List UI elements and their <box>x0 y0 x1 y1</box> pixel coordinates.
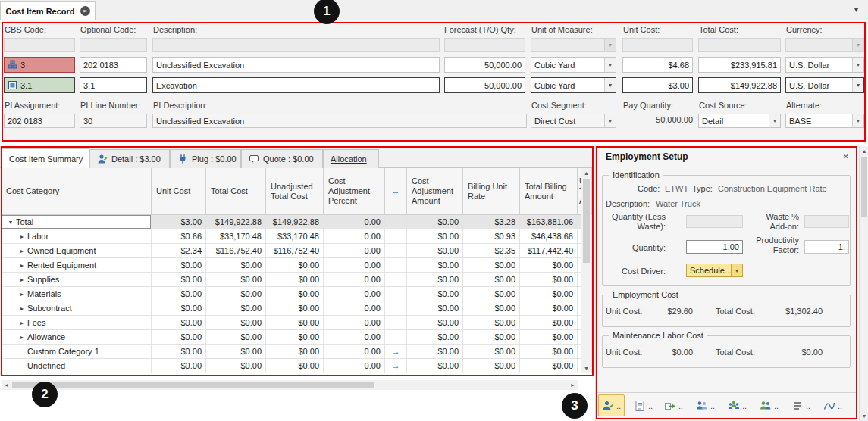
scroll-up-icon[interactable]: ▲ <box>860 146 868 156</box>
pi-assignment-field[interactable]: 202 0183 <box>4 114 75 128</box>
expand-icon[interactable]: ▸ <box>17 320 27 326</box>
scroll-down-icon[interactable]: ▼ <box>581 363 591 373</box>
grid-cell[interactable]: $0.00 <box>407 273 463 287</box>
category-cell-subcontract[interactable]: ▸Subcontract <box>2 301 152 316</box>
column-header-cost-adjustment-percent[interactable]: Cost Adjustment Percent <box>324 168 385 215</box>
category-cell-supplies[interactable]: ▸Supplies <box>2 273 152 287</box>
grid-cell[interactable]: $0.00 <box>463 287 520 301</box>
tab-detail[interactable]: Detail : $3.00 <box>89 149 170 168</box>
tab-list-chevron-icon[interactable]: ▾ <box>854 5 858 14</box>
cbs-cell-parent[interactable]: 3 <box>4 57 75 73</box>
grid-cell[interactable]: $33,170.48 <box>266 229 324 244</box>
category-cell-owned-equipment[interactable]: ▸Owned Equipment <box>2 244 152 258</box>
grid-cell[interactable]: $116,752.40 <box>206 244 266 258</box>
transfer-arrow-cell[interactable]: → <box>385 359 407 373</box>
cost-segment-dropdown[interactable]: Direct Cost▾ <box>531 114 616 128</box>
tab-allocation[interactable]: Allocation <box>323 149 379 168</box>
window-vertical-scrollbar[interactable]: ▲ ▼ <box>859 146 868 421</box>
total-cost-filter-field[interactable] <box>698 38 781 52</box>
grid-cell[interactable]: $0.00 <box>206 287 266 301</box>
panel-close-icon[interactable]: × <box>843 151 849 162</box>
optional-code-field[interactable]: 3.1 <box>80 77 147 93</box>
grid-cell[interactable]: $0.00 <box>463 273 520 287</box>
grid-cell[interactable]: $0.00 <box>266 330 324 345</box>
scroll-down-icon[interactable]: ▼ <box>860 411 868 421</box>
grid-cell[interactable]: $0.00 <box>463 359 520 373</box>
grid-cell[interactable]: 0.00 <box>324 330 385 345</box>
grid-cell[interactable]: $0.00 <box>152 287 206 301</box>
grid-cell[interactable]: $0.00 <box>152 301 206 316</box>
grid-cell[interactable]: $0.00 <box>407 316 463 330</box>
category-cell-custom-category-1[interactable]: Custom Category 1 <box>2 345 152 359</box>
cost-source-dropdown[interactable]: Detail▾ <box>698 114 781 128</box>
grid-cell[interactable]: $0.00 <box>206 345 266 359</box>
column-header-cost-adjustment-amount[interactable]: Cost Adjustment Amount <box>407 168 463 215</box>
currency-dropdown[interactable]: U.S. Dollar▾ <box>785 57 864 73</box>
transfer-cell[interactable] <box>385 301 407 316</box>
grid-cell[interactable]: 0.00 <box>324 229 385 244</box>
optional-code-filter-field[interactable] <box>80 38 147 52</box>
cbs-cell-active[interactable]: 3.1 <box>4 77 75 93</box>
scrollbar-thumb[interactable] <box>583 179 590 263</box>
grid-horizontal-scrollbar[interactable]: ◄ ► <box>2 380 578 390</box>
grid-cell[interactable]: 0.00 <box>324 316 385 330</box>
grid-cell[interactable]: $0.66 <box>152 229 206 244</box>
grid-cell[interactable]: $0.00 <box>407 330 463 345</box>
grid-cell[interactable]: $0.00 <box>520 345 578 359</box>
transfer-cell[interactable] <box>385 258 407 273</box>
grid-cell[interactable]: $0.00 <box>520 258 578 273</box>
transfer-cell[interactable] <box>385 229 407 244</box>
export-tab[interactable]: .. <box>661 394 686 416</box>
grid-cell[interactable]: 0.00 <box>324 287 385 301</box>
scroll-right-icon[interactable]: ► <box>568 380 578 390</box>
grid-cell[interactable]: $0.00 <box>206 316 266 330</box>
grid-cell[interactable]: $33,170.48 <box>206 229 266 244</box>
productivity-factor-input[interactable]: 1. <box>804 240 849 254</box>
transfer-cell[interactable] <box>385 215 407 229</box>
column-header-billing-unit-rate[interactable]: Billing Unit Rate <box>463 168 520 215</box>
grid-cell[interactable]: $0.00 <box>407 244 463 258</box>
grid-cell[interactable]: $0.00 <box>152 359 206 373</box>
expand-icon[interactable]: ▸ <box>17 305 27 312</box>
cbs-code-filter-field[interactable] <box>4 38 75 52</box>
quantity-input[interactable]: 1.00 <box>686 240 743 254</box>
notes-tab[interactable]: .. <box>631 394 656 416</box>
expand-icon[interactable]: ▸ <box>17 276 27 283</box>
waste-addon-field[interactable] <box>804 215 849 228</box>
grid-cell[interactable]: $0.00 <box>152 345 206 359</box>
total-cost-field[interactable]: $149,922.88 <box>698 77 781 93</box>
expand-icon[interactable]: ▸ <box>17 262 27 269</box>
grid-cell[interactable]: 0.00 <box>324 258 385 273</box>
column-header-transfer[interactable]: ↔ <box>385 168 407 215</box>
column-header-unadjusted-total-cost[interactable]: Unadjusted Total Cost <box>266 168 324 215</box>
grid-cell[interactable]: $0.00 <box>152 273 206 287</box>
grid-cell[interactable]: $0.00 <box>463 330 520 345</box>
tab-cost-item-summary[interactable]: Cost Item Summary <box>2 148 89 168</box>
grid-cell[interactable]: 0.00 <box>324 244 385 258</box>
tab-quote[interactable]: Quote : $0.00 <box>241 149 323 168</box>
tab-cost-item-record[interactable]: Cost Item Record × <box>0 1 96 20</box>
grid-cell[interactable]: $117,442.40 <box>520 244 578 258</box>
transfer-cell[interactable] <box>385 316 407 330</box>
expand-icon[interactable]: ▸ <box>17 334 27 341</box>
grid-cell[interactable]: $0.00 <box>407 258 463 273</box>
description-filter-field[interactable] <box>152 38 440 52</box>
transfer-cell[interactable] <box>385 287 407 301</box>
grid-cell[interactable]: $0.00 <box>206 301 266 316</box>
grid-cell[interactable]: $46,438.66 <box>520 229 578 244</box>
grid-cell[interactable]: $0.00 <box>520 287 578 301</box>
assignments-tab[interactable]: .. <box>757 394 782 416</box>
grid-cell[interactable]: $0.00 <box>463 316 520 330</box>
currency-filter-dropdown[interactable]: ▾ <box>785 38 864 52</box>
forecast-qty-field[interactable]: 50,000.00 <box>444 57 525 73</box>
crew-tab[interactable]: .. <box>725 394 750 416</box>
transfer-cell[interactable] <box>385 244 407 258</box>
grid-cell[interactable]: $149,922.88 <box>206 215 266 229</box>
grid-cell[interactable]: $0.00 <box>266 359 324 373</box>
grid-cell[interactable]: $3.00 <box>152 215 206 229</box>
grid-cell[interactable]: $0.00 <box>206 258 266 273</box>
unit-cost-field[interactable]: $3.00 <box>622 77 693 93</box>
grid-cell[interactable]: $0.00 <box>520 316 578 330</box>
grid-cell[interactable]: $3.28 <box>463 215 520 229</box>
employment-setup-tab[interactable]: .. <box>598 394 625 416</box>
